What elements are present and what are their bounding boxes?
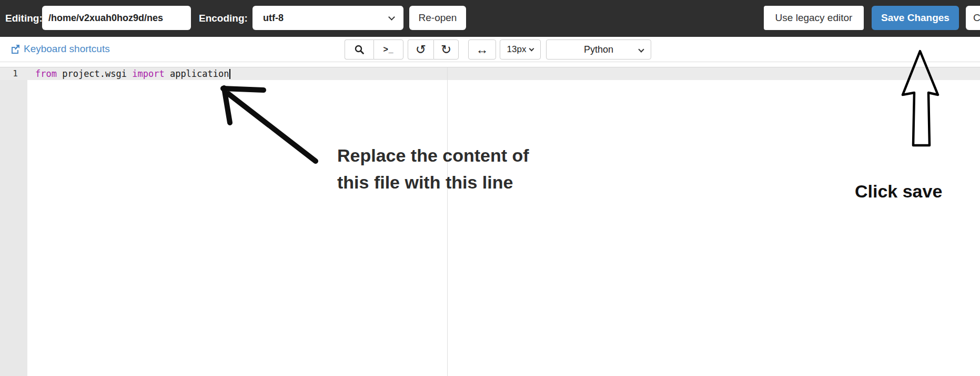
syntax-selected-value: Python [584, 44, 613, 55]
terminal-prompt-icon: >_ [383, 45, 393, 54]
encoding-selected-value: utf-8 [263, 13, 284, 24]
editing-label: Editing: [5, 0, 43, 37]
font-size-select[interactable]: 13px [500, 39, 541, 60]
encoding-select[interactable]: utf-8 [252, 6, 403, 30]
top-bar: Editing: Encoding: utf-8 Re-open Use leg… [0, 0, 980, 37]
external-link-icon [11, 44, 20, 54]
save-changes-button[interactable]: Save Changes [872, 6, 959, 30]
editor-toolbar: Keyboard shortcuts >_ ↺ ↻ ↔ 13px Python [0, 37, 980, 62]
search-icon [354, 44, 365, 55]
line-wrap-button[interactable]: ↔ [468, 39, 496, 60]
font-size-value: 13px [507, 44, 527, 55]
editor-body[interactable]: 1 from project.wsgi import application [0, 67, 980, 376]
redo-button[interactable]: ↻ [433, 39, 459, 60]
horizontal-arrows-icon: ↔ [476, 42, 489, 57]
undo-button[interactable]: ↺ [408, 39, 433, 60]
file-path-input[interactable] [42, 6, 191, 30]
keyboard-shortcuts-link[interactable]: Keyboard shortcuts [11, 43, 110, 55]
instruction-line-2: this file with this line [337, 169, 529, 196]
redo-icon: ↻ [441, 42, 451, 57]
terminal-button[interactable]: >_ [373, 39, 403, 60]
chevron-down-icon [388, 14, 395, 21]
encoding-label: Encoding: [199, 0, 248, 37]
line-number: 1 [0, 67, 18, 80]
code-editor[interactable]: 1 from project.wsgi import application [0, 62, 980, 376]
keyboard-shortcuts-label: Keyboard shortcuts [24, 43, 110, 55]
editor-page: Editing: Encoding: utf-8 Re-open Use leg… [0, 0, 980, 376]
code-line[interactable]: from project.wsgi import application [35, 67, 230, 80]
clipped-right-button[interactable]: Cl [966, 6, 980, 30]
line-number-gutter [0, 67, 27, 376]
use-legacy-editor-button[interactable]: Use legacy editor [764, 6, 864, 30]
code-token-keyword: from [35, 68, 57, 79]
undo-icon: ↺ [416, 42, 426, 57]
instruction-line-1: Replace the content of [337, 142, 529, 169]
code-token-keyword: import [132, 68, 164, 79]
text-cursor [229, 69, 230, 79]
search-button[interactable] [345, 39, 373, 60]
instruction-annotation: Replace the content of this file with th… [337, 142, 529, 196]
editor-top-spacer [0, 62, 980, 67]
syntax-language-select[interactable]: Python [546, 39, 651, 60]
chevron-down-icon [529, 46, 534, 51]
click-save-annotation: Click save [855, 181, 942, 202]
code-token-plain: application [165, 68, 229, 79]
code-token-plain: project.wsgi [57, 68, 132, 79]
column-ruler-line [447, 67, 448, 376]
reopen-button[interactable]: Re-open [409, 6, 466, 30]
chevron-down-icon [638, 46, 644, 52]
